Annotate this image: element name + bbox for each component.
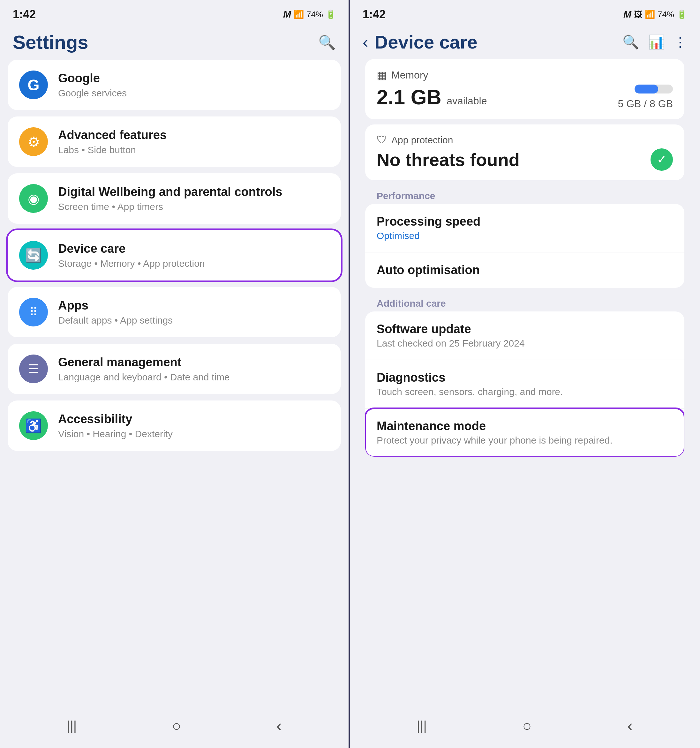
photo-icon-right: 🖼 — [634, 9, 642, 20]
settings-item-digital-wellbeing[interactable]: ◉ Digital Wellbeing and parental control… — [8, 173, 341, 224]
settings-list: G Google Google services ⚙ Advanced feat… — [0, 60, 348, 707]
status-icons-right: M 🖼 📶 74% 🔋 — [623, 9, 687, 20]
memory-label: Memory — [391, 69, 428, 81]
memory-bar-fill — [635, 85, 658, 93]
maintenance-mode-subtitle: Protect your privacy while your phone is… — [377, 435, 673, 446]
nav-bar-right: ||| ○ ‹ — [350, 707, 700, 748]
apps-group: ⠿ Apps Default apps • App settings — [8, 287, 341, 337]
back-left[interactable]: ‹ — [277, 716, 282, 735]
no-threats-text: No threats found — [377, 149, 520, 170]
email-icon-left: M — [283, 9, 291, 20]
memory-available-label: available — [447, 95, 487, 106]
settings-item-device-care[interactable]: 🔄 Device care Storage • Memory • App pro… — [8, 230, 341, 281]
additional-care-section-label: Additional care — [358, 293, 692, 312]
recent-apps-left[interactable]: ||| — [67, 719, 77, 733]
software-update-subtitle: Last checked on 25 February 2024 — [377, 338, 673, 349]
device-care-icon: 🔄 — [19, 241, 48, 270]
accessibility-group: ♿ Accessibility Vision • Hearing • Dexte… — [8, 400, 341, 451]
device-care-content: ▦ Memory 2.1 GB available 5 GB / 8 GB � — [350, 59, 700, 707]
memory-icon: ▦ — [377, 68, 387, 81]
search-icon-right[interactable]: 🔍 — [622, 34, 639, 50]
settings-header-icons: 🔍 — [318, 34, 336, 51]
more-icon-right[interactable]: ⋮ — [674, 34, 687, 50]
processing-speed-title: Processing speed — [377, 215, 673, 228]
google-icon: G — [19, 70, 48, 99]
app-protection-card[interactable]: 🛡 App protection No threats found ✓ — [365, 125, 684, 180]
google-group: G Google Google services — [8, 60, 341, 110]
apps-subtitle: Default apps • App settings — [58, 315, 329, 326]
settings-title: Settings — [13, 31, 318, 53]
settings-header: Settings 🔍 — [0, 25, 348, 60]
battery-right: 74% — [657, 9, 674, 20]
back-right[interactable]: ‹ — [627, 716, 633, 735]
search-icon-left[interactable]: 🔍 — [318, 34, 336, 51]
advanced-features-subtitle: Labs • Side button — [58, 144, 329, 155]
settings-item-google[interactable]: G Google Google services — [8, 60, 341, 110]
processing-speed-item[interactable]: Processing speed Optimised — [365, 204, 684, 252]
device-care-page-title: Device care — [374, 31, 616, 53]
advanced-features-title: Advanced features — [58, 128, 329, 143]
performance-list: Processing speed Optimised Auto optimisa… — [365, 204, 684, 288]
app-protection-label: App protection — [391, 135, 453, 146]
additional-care-list: Software update Last checked on 25 Febru… — [365, 312, 684, 457]
auto-optimisation-item[interactable]: Auto optimisation — [365, 252, 684, 288]
performance-section-label: Performance — [358, 185, 692, 204]
battery-left: 74% — [306, 9, 323, 20]
settings-item-advanced-features[interactable]: ⚙ Advanced features Labs • Side button — [8, 117, 341, 167]
digital-wellbeing-subtitle: Screen time • App timers — [58, 201, 329, 212]
device-care-title: Device care — [58, 242, 329, 256]
device-care-header-icons: 🔍 📊 ⋮ — [622, 34, 687, 50]
device-care-header: ‹ Device care 🔍 📊 ⋮ — [350, 25, 700, 59]
back-button[interactable]: ‹ — [363, 33, 368, 52]
wifi-icon-right: 📶 — [645, 9, 655, 20]
google-title: Google — [58, 71, 329, 86]
general-management-subtitle: Language and keyboard • Date and time — [58, 372, 329, 383]
check-icon: ✓ — [651, 148, 673, 171]
maintenance-mode-title: Maintenance mode — [377, 419, 673, 433]
shield-icon: 🛡 — [377, 134, 387, 146]
memory-available-gb: 2.1 GB — [377, 86, 441, 109]
diagnostics-subtitle: Touch screen, sensors, charging, and mor… — [377, 386, 673, 397]
memory-bar — [635, 85, 673, 93]
settings-item-accessibility[interactable]: ♿ Accessibility Vision • Hearing • Dexte… — [8, 400, 341, 451]
left-panel: 1:42 M 📶 74% 🔋 Settings 🔍 G Google Googl… — [0, 0, 350, 748]
status-bar-left: 1:42 M 📶 74% 🔋 — [0, 0, 348, 25]
status-icons-left: M 📶 74% 🔋 — [283, 9, 336, 20]
advanced-features-icon: ⚙ — [19, 127, 48, 156]
google-subtitle: Google services — [58, 88, 329, 99]
device-care-subtitle: Storage • Memory • App protection — [58, 258, 329, 269]
home-right[interactable]: ○ — [522, 717, 531, 734]
device-care-group: 🔄 Device care Storage • Memory • App pro… — [8, 230, 341, 281]
apps-icon: ⠿ — [19, 298, 48, 327]
memory-total: 5 GB / 8 GB — [618, 98, 673, 110]
digital-wellbeing-title: Digital Wellbeing and parental controls — [58, 185, 329, 199]
chart-icon-right[interactable]: 📊 — [648, 34, 665, 50]
apps-title: Apps — [58, 298, 329, 313]
software-update-item[interactable]: Software update Last checked on 25 Febru… — [365, 312, 684, 360]
recent-apps-right[interactable]: ||| — [417, 719, 427, 733]
advanced-features-group: ⚙ Advanced features Labs • Side button — [8, 117, 341, 167]
auto-optimisation-title: Auto optimisation — [377, 263, 673, 277]
settings-item-apps[interactable]: ⠿ Apps Default apps • App settings — [8, 287, 341, 337]
software-update-title: Software update — [377, 322, 673, 336]
accessibility-icon: ♿ — [19, 411, 48, 440]
general-management-icon: ☰ — [19, 354, 48, 383]
status-time-right: 1:42 — [363, 8, 386, 21]
email-icon-right: M — [623, 9, 632, 20]
diagnostics-item[interactable]: Diagnostics Touch screen, sensors, charg… — [365, 360, 684, 409]
status-time-left: 1:42 — [13, 8, 36, 21]
general-management-title: General management — [58, 355, 329, 370]
memory-card[interactable]: ▦ Memory 2.1 GB available 5 GB / 8 GB — [365, 59, 684, 119]
digital-wellbeing-icon: ◉ — [19, 184, 48, 213]
wifi-icon-left: 📶 — [294, 9, 304, 20]
accessibility-title: Accessibility — [58, 412, 329, 427]
digital-wellbeing-group: ◉ Digital Wellbeing and parental control… — [8, 173, 341, 224]
battery-icon-left: 🔋 — [326, 9, 336, 20]
maintenance-mode-item[interactable]: Maintenance mode Protect your privacy wh… — [365, 409, 684, 457]
home-left[interactable]: ○ — [172, 717, 181, 734]
right-panel: 1:42 M 🖼 📶 74% 🔋 ‹ Device care 🔍 📊 ⋮ ▦ M… — [350, 0, 700, 748]
diagnostics-title: Diagnostics — [377, 371, 673, 385]
accessibility-subtitle: Vision • Hearing • Dexterity — [58, 429, 329, 439]
nav-bar-left: ||| ○ ‹ — [0, 707, 348, 748]
settings-item-general-management[interactable]: ☰ General management Language and keyboa… — [8, 344, 341, 394]
